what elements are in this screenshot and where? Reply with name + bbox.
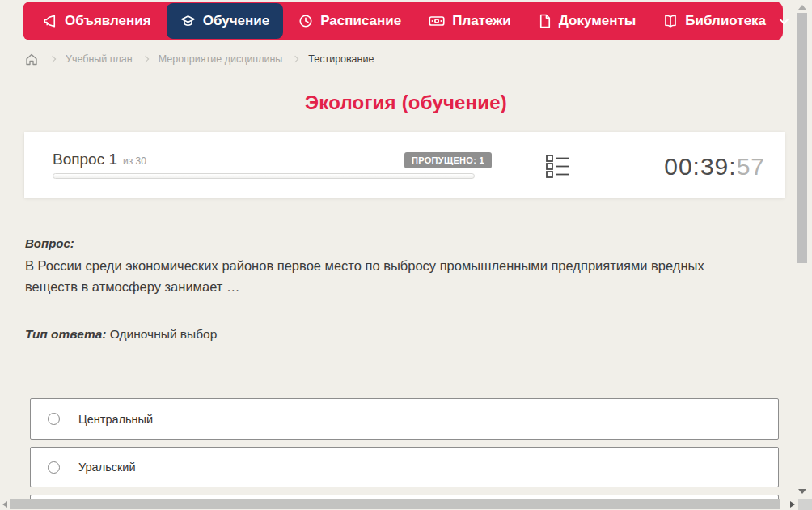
chevron-down-icon — [780, 15, 789, 24]
graduation-cap-icon — [180, 14, 196, 28]
timer-seconds: 57 — [737, 153, 765, 180]
clock-icon — [298, 14, 313, 28]
question-progress-bar — [53, 173, 475, 179]
nav-item-label: Объявления — [65, 13, 151, 29]
document-icon — [539, 14, 552, 28]
answer-type-value: Одиночный выбор — [110, 327, 218, 341]
breadcrumb-separator-icon — [142, 56, 148, 62]
horizontal-scrollbar-thumb[interactable] — [10, 499, 780, 509]
scroll-down-arrow-icon[interactable] — [798, 489, 806, 494]
breadcrumb-discipline-event[interactable]: Мероприятие дисциплины — [157, 53, 285, 65]
breadcrumb: Учебный план Мероприятие дисциплины Тест… — [25, 51, 375, 67]
page-title: Экология (обучение) — [0, 91, 812, 114]
book-icon — [663, 14, 678, 28]
breadcrumb-separator-icon — [292, 56, 298, 62]
megaphone-icon — [43, 14, 57, 28]
nav-item-library[interactable]: Библиотека — [649, 2, 800, 40]
main-nav: Объявления Обучение Расписание — [23, 2, 783, 40]
answer-type-label: Тип ответа: — [25, 327, 107, 341]
nav-item-label: Платежи — [452, 13, 511, 29]
question-text: В России среди экономических районов пер… — [25, 255, 757, 297]
question-number: Вопрос 1из 30 — [53, 151, 146, 168]
exam-timer: 00:39:57 — [664, 153, 765, 181]
answer-option-label: Центральный — [78, 413, 153, 426]
scroll-up-arrow-icon[interactable] — [798, 5, 806, 10]
question-total: из 30 — [123, 155, 146, 167]
nav-item-label: Документы — [559, 13, 636, 29]
skipped-badge: ПРОПУЩЕНО: 1 — [404, 152, 492, 168]
banknote-icon — [429, 14, 445, 28]
answer-option-ural[interactable]: Уральский — [30, 447, 779, 487]
scrollbar-corner — [798, 499, 812, 510]
nav-item-announcements[interactable]: Объявления — [29, 2, 165, 40]
breadcrumb-separator-icon — [49, 56, 56, 62]
question-number-label: Вопрос 1 — [53, 151, 117, 168]
radio-icon[interactable] — [48, 461, 60, 474]
nav-item-documents[interactable]: Документы — [525, 2, 650, 40]
question-prompt-label: Вопрос: — [25, 236, 74, 250]
scroll-left-arrow-icon[interactable] — [2, 501, 7, 508]
answer-options: Центральный Уральский — [30, 398, 779, 510]
breadcrumb-study-plan[interactable]: Учебный план — [64, 53, 134, 65]
home-icon[interactable] — [25, 53, 38, 66]
nav-item-label: Обучение — [203, 13, 269, 29]
question-header-card: Вопрос 1из 30 ПРОПУЩЕНО: 1 00:39:57 — [24, 132, 785, 198]
timer-hours-minutes: 00:39: — [664, 153, 736, 180]
breadcrumb-testing: Тестирование — [307, 53, 375, 65]
nav-item-education[interactable]: Обучение — [167, 3, 283, 39]
nav-item-schedule[interactable]: Расписание — [285, 2, 415, 40]
vertical-scrollbar-thumb[interactable] — [797, 13, 807, 263]
answer-option-label: Уральский — [78, 461, 136, 474]
nav-item-payments[interactable]: Платежи — [415, 2, 525, 40]
scroll-right-arrow-icon[interactable] — [790, 501, 795, 508]
question-list-icon[interactable] — [546, 153, 569, 183]
answer-option-central[interactable]: Центральный — [30, 398, 779, 440]
nav-item-label: Библиотека — [685, 13, 766, 29]
radio-icon[interactable] — [48, 413, 60, 425]
test-page: Объявления Обучение Расписание — [0, 0, 812, 510]
answer-type-line: Тип ответа: Одиночный выбор — [25, 327, 217, 342]
nav-item-label: Расписание — [320, 13, 401, 29]
